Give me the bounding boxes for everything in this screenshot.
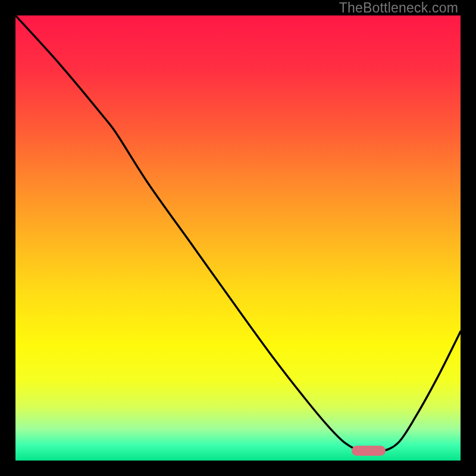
chart-frame: TheBottleneck.com [0, 0, 476, 476]
plot-area [15, 15, 461, 461]
watermark-text: TheBottleneck.com [339, 0, 458, 16]
bottleneck-curve [15, 15, 461, 453]
curve-layer [15, 15, 461, 461]
optimal-zone-marker [352, 446, 385, 456]
